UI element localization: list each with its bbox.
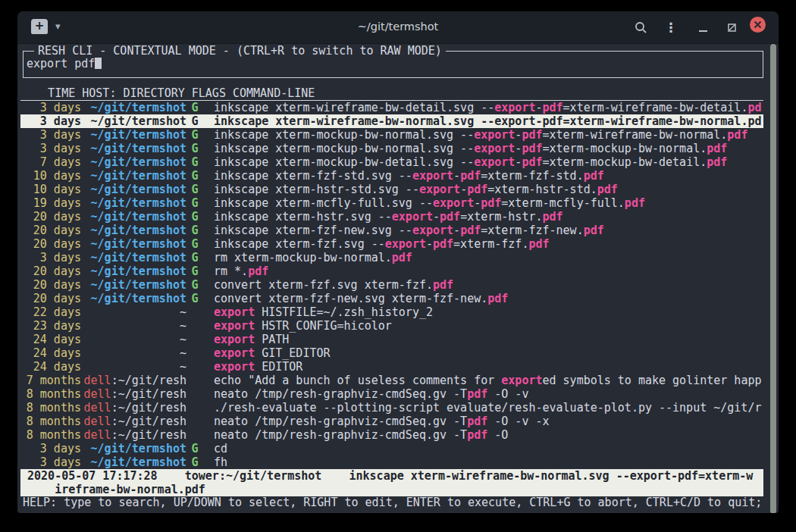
history-row[interactable]: 20 days~/git/termshotGinkscape xterm-fzf… bbox=[20, 224, 763, 237]
history-row-selected[interactable]: 3 days~/git/termshotGinkscape xterm-wire… bbox=[20, 114, 763, 128]
history-row[interactable]: 24 days~export EDITOR bbox=[20, 360, 763, 374]
history-row[interactable]: 24 days~export PATH bbox=[20, 333, 763, 346]
history-row[interactable]: 3 days~/git/termshotGrm xterm-mockup-bw-… bbox=[20, 251, 763, 264]
history-row[interactable]: 8 monthsdell:~/git/reshneato /tmp/resh-g… bbox=[20, 415, 763, 428]
terminal-window: + ▾ ~/git/termshot ⋮ RESH bbox=[17, 11, 779, 513]
desktop: { "window": { "title": "~/git/termshot" … bbox=[0, 0, 796, 532]
restore-icon[interactable] bbox=[722, 18, 741, 36]
history-row[interactable]: 8 monthsdell:~/git/reshneato /tmp/resh-g… bbox=[20, 428, 763, 442]
help-line: HELP: type to search, UP/DOWN to select,… bbox=[23, 496, 762, 509]
history-row[interactable]: 20 days~/git/termshotGinkscape xterm-hst… bbox=[20, 210, 763, 224]
table-header: TIME HOST: DIRECTORY FLAGS COMMAND-LINE bbox=[20, 86, 763, 101]
status-bar: 2020-05-07 17:17:28 tower:~/git/termshot… bbox=[20, 469, 763, 496]
history-row[interactable]: 23 days~export HSTR_CONFIG=hicolor bbox=[20, 319, 763, 333]
minimize-icon[interactable] bbox=[694, 18, 712, 36]
status-line-2: ireframe-bw-normal.pdf bbox=[20, 483, 763, 496]
history-row[interactable]: 20 days~/git/termshotGconvert xterm-fzf.… bbox=[20, 278, 763, 292]
history-rows: 3 days~/git/termshotGinkscape xterm-wire… bbox=[20, 101, 763, 469]
history-row[interactable]: 20 days~/git/termshotGinkscape xterm-fzf… bbox=[20, 237, 763, 251]
history-row[interactable]: 7 monthsdell:~/git/reshecho "Add a bunch… bbox=[20, 374, 763, 387]
history-row[interactable]: 3 days~/git/termshotGcd bbox=[20, 442, 763, 455]
status-line-1: 2020-05-07 17:17:28 tower:~/git/termshot… bbox=[20, 469, 763, 483]
history-row[interactable]: 10 days~/git/termshotGinkscape xterm-hst… bbox=[20, 183, 763, 196]
history-row[interactable]: 3 days~/git/termshotGinkscape xterm-mock… bbox=[20, 142, 763, 155]
history-row[interactable]: 19 days~/git/termshotGinkscape xterm-mcf… bbox=[20, 196, 763, 210]
scrollbar-thumb[interactable] bbox=[770, 44, 776, 513]
kebab-menu-icon[interactable]: ⋮ bbox=[662, 18, 680, 36]
history-row[interactable]: 20 days~/git/termshotGconvert xterm-fzf-… bbox=[20, 292, 763, 305]
titlebar: + ▾ ~/git/termshot ⋮ bbox=[17, 11, 779, 44]
history-row[interactable]: 20 days~/git/termshotGrm *.pdf bbox=[20, 264, 763, 278]
history-row[interactable]: 7 days~/git/termshotGinkscape xterm-mock… bbox=[20, 155, 763, 169]
close-icon[interactable] bbox=[750, 17, 766, 33]
history-row[interactable]: 10 days~/git/termshotGinkscape xterm-fzf… bbox=[20, 169, 763, 183]
search-icon[interactable] bbox=[631, 18, 650, 36]
history-row[interactable]: 3 days~/git/termshotGinkscape xterm-wire… bbox=[20, 101, 763, 114]
search-query: export pdf bbox=[27, 57, 95, 70]
history-row[interactable]: 8 monthsdell:~/git/resh./resh-evaluate -… bbox=[20, 401, 763, 415]
search-panel: RESH CLI - CONTEXTUAL MODE - (CTRL+R to … bbox=[23, 51, 763, 78]
search-panel-title: RESH CLI - CONTEXTUAL MODE - (CTRL+R to … bbox=[34, 44, 446, 58]
terminal-content: RESH CLI - CONTEXTUAL MODE - (CTRL+R to … bbox=[17, 44, 779, 513]
history-row[interactable]: 3 days~/git/termshotGinkscape xterm-mock… bbox=[20, 128, 763, 142]
history-row[interactable]: 8 monthsdell:~/git/reshneato /tmp/resh-g… bbox=[20, 387, 763, 401]
text-cursor bbox=[95, 58, 102, 69]
history-row[interactable]: 22 days~export HISTFILE=~/.zsh_history_2 bbox=[20, 305, 763, 319]
history-row[interactable]: 3 days~/git/termshotGfh bbox=[20, 455, 763, 469]
history-row[interactable]: 24 days~export GIT_EDITOR bbox=[20, 346, 763, 360]
